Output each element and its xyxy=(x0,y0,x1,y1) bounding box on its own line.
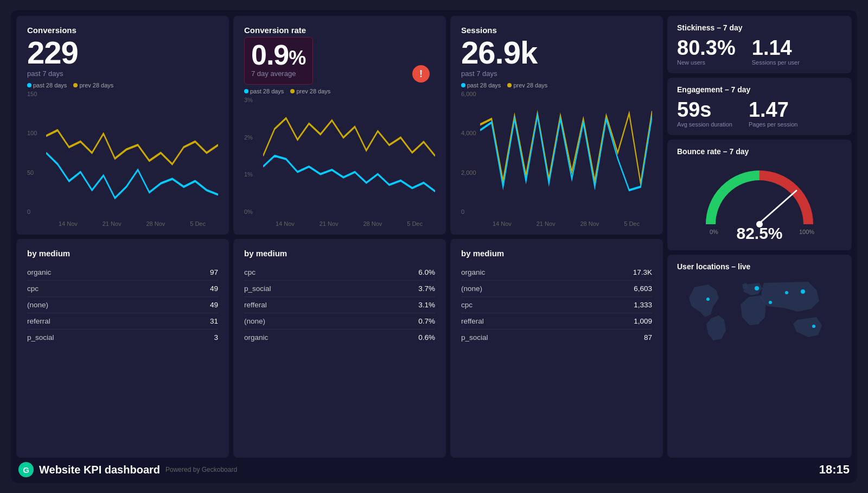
by-medium-sessions-card: by medium organic17.3K (none)6,603 cpc1,… xyxy=(450,239,663,458)
list-item: p_social3.7% xyxy=(244,281,435,297)
conversion-rate-subtitle: 7 day average xyxy=(251,69,306,78)
svg-point-7 xyxy=(801,289,805,294)
list-item: organic97 xyxy=(27,264,218,281)
stickiness-new-users-label: New users xyxy=(677,59,736,66)
conversions-svg xyxy=(46,91,218,215)
list-item: cpc1,333 xyxy=(461,297,652,313)
conv-rate-svg xyxy=(263,97,435,215)
svg-text:100%: 100% xyxy=(799,229,814,235)
list-item: refferal1,009 xyxy=(461,313,652,330)
engagement-session-value: 59s xyxy=(677,99,732,120)
conversions-chart: 150 100 50 0 14 Nov 21 Nov 28 Nov 5 Dec xyxy=(27,91,218,227)
list-item: p_social87 xyxy=(461,330,652,345)
conversions-card: Conversions 229 past 7 days past 28 days… xyxy=(16,16,229,235)
sessions-subtitle: past 7 days xyxy=(461,69,652,78)
sessions-value: 26.9k xyxy=(461,37,652,68)
conversion-rate-card: Conversion rate 0.9% 7 day average ! pas… xyxy=(233,16,446,235)
sessions-card: Sessions 26.9k past 7 days past 28 days … xyxy=(450,16,663,235)
by-medium-conv-rate-table: cpc6.0% p_social3.7% refferal3.1% (none)… xyxy=(244,264,435,345)
stickiness-sessions-value: 1.14 xyxy=(752,37,800,58)
list-item: cpc6.0% xyxy=(244,264,435,281)
svg-text:0%: 0% xyxy=(710,229,718,235)
conversion-rate-chart: 3% 2% 1% 0% 14 Nov 21 Nov 28 Nov 5 Dec xyxy=(244,97,435,227)
user-locations-card: User locations – live xyxy=(667,255,852,458)
list-item: cpc49 xyxy=(27,281,218,297)
engagement-card: Engagement – 7 day 59s Avg session durat… xyxy=(667,78,852,135)
user-locations-title: User locations – live xyxy=(677,262,842,271)
conversions-legend: past 28 days prev 28 days xyxy=(27,82,218,89)
svg-point-5 xyxy=(755,286,759,290)
dashboard: Conversions 229 past 7 days past 28 days… xyxy=(11,10,857,483)
list-item: referral31 xyxy=(27,313,218,330)
list-item: (none)6,603 xyxy=(461,281,652,297)
by-medium-conversions-title: by medium xyxy=(27,249,218,258)
conversions-title: Conversions xyxy=(27,26,218,35)
conversions-subtitle: past 7 days xyxy=(27,69,218,78)
list-item: (none)49 xyxy=(27,297,218,313)
right-column: Stickiness – 7 day 80.3% New users 1.14 … xyxy=(667,16,852,458)
by-medium-sessions-table: organic17.3K (none)6,603 cpc1,333 reffer… xyxy=(461,264,652,345)
stickiness-sessions-label: Sessions per user xyxy=(752,59,800,66)
engagement-title: Engagement – 7 day xyxy=(677,85,842,94)
footer-powered: Powered by Geckoboard xyxy=(165,466,237,473)
by-medium-conversions-table: organic97 cpc49 (none)49 referral31 p_so… xyxy=(27,264,218,345)
alert-icon: ! xyxy=(412,65,430,83)
footer: G Website KPI dashboard Powered by Gecko… xyxy=(16,462,852,477)
conversion-rate-value: 0.9 xyxy=(251,39,289,71)
bounce-rate-card: Bounce rate – 7 day 0% 100% xyxy=(667,140,852,250)
world-map xyxy=(677,276,842,347)
by-medium-conv-rate-title: by medium xyxy=(244,249,435,258)
svg-point-10 xyxy=(812,325,815,328)
conversion-rate-title: Conversion rate xyxy=(244,26,435,35)
sessions-title: Sessions xyxy=(461,26,652,35)
conv-rate-legend: past 28 days prev 28 days xyxy=(244,88,435,94)
by-medium-sessions-title: by medium xyxy=(461,249,652,258)
sessions-chart: 6,000 4,000 2,000 0 14 Nov 21 Nov 28 Nov… xyxy=(461,91,652,227)
list-item: (none)0.7% xyxy=(244,313,435,330)
footer-title: Website KPI dashboard xyxy=(39,464,160,476)
list-item: organic17.3K xyxy=(461,264,652,281)
bounce-rate-value: 82.5% xyxy=(736,224,782,243)
list-item: organic0.6% xyxy=(244,330,435,345)
sessions-svg xyxy=(480,91,652,215)
svg-line-0 xyxy=(760,191,796,223)
list-item: p_social3 xyxy=(27,330,218,345)
stickiness-title: Stickiness – 7 day xyxy=(677,23,842,32)
stickiness-new-users-value: 80.3% xyxy=(677,37,736,58)
geckoboard-logo-icon: G xyxy=(18,462,34,477)
stickiness-card: Stickiness – 7 day 80.3% New users 1.14 … xyxy=(667,16,852,73)
bounce-rate-title: Bounce rate – 7 day xyxy=(677,147,842,156)
svg-point-8 xyxy=(706,298,710,301)
by-medium-conv-rate-card: by medium cpc6.0% p_social3.7% refferal3… xyxy=(233,239,446,458)
footer-time: 18:15 xyxy=(819,463,850,477)
by-medium-conversions-card: by medium organic97 cpc49 (none)49 refer… xyxy=(16,239,229,458)
engagement-pages-label: Pages per session xyxy=(749,121,798,128)
list-item: refferal3.1% xyxy=(244,297,435,313)
sessions-legend: past 28 days prev 28 days xyxy=(461,82,652,89)
engagement-pages-value: 1.47 xyxy=(749,99,798,120)
svg-point-6 xyxy=(785,291,788,294)
engagement-session-label: Avg session duration xyxy=(677,121,732,128)
svg-point-9 xyxy=(769,301,772,304)
conversions-value: 229 xyxy=(27,37,218,68)
